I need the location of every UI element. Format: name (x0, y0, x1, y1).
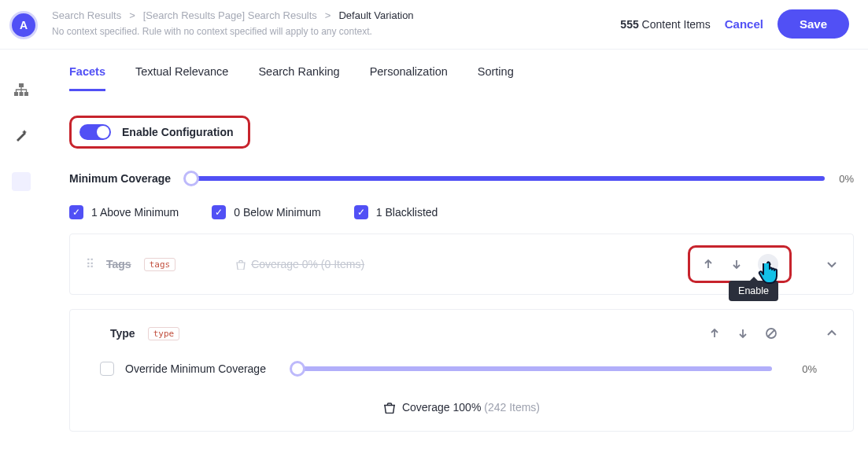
facet-tags: ⠿ Tags tags Coverage 0% (0 Items) + Enab… (69, 234, 854, 295)
min-coverage-slider[interactable] (185, 176, 825, 181)
enable-config-toggle[interactable] (79, 124, 111, 140)
move-down-icon[interactable] (729, 257, 744, 271)
override-label: Override Minimum Coverage (125, 362, 266, 375)
crumb-current: Default Variation (338, 9, 413, 21)
avatar[interactable]: A (9, 11, 38, 39)
crumb[interactable]: [Search Results Page] Search Results (143, 9, 317, 21)
svg-rect-0 (19, 83, 24, 87)
below-min-label: 0 Below Minimum (234, 206, 320, 219)
breadcrumb: Search Results > [Search Results Page] S… (52, 9, 606, 21)
slider-thumb[interactable] (183, 171, 199, 186)
svg-rect-2 (20, 92, 24, 96)
tab-search-ranking[interactable]: Search Ranking (258, 65, 339, 91)
chevron-right-icon: > (325, 9, 331, 21)
override-checkbox[interactable] (100, 362, 114, 376)
sidebar (0, 50, 42, 447)
magic-wand-icon[interactable] (13, 127, 30, 144)
settings-icon[interactable] (12, 172, 31, 191)
save-button[interactable]: Save (778, 9, 849, 39)
facet-tag: tags (144, 258, 176, 271)
drag-handle-icon[interactable]: ⠿ (86, 257, 94, 271)
tabs: Facets Textual Relevance Search Ranking … (69, 50, 854, 92)
blacklisted-label: 1 Blacklisted (376, 206, 438, 219)
content-items: 555 Content Items (620, 18, 710, 31)
svg-rect-3 (24, 92, 28, 96)
context-note: No context specified. Rule with no conte… (52, 26, 606, 37)
tab-facets[interactable]: Facets (69, 65, 105, 91)
sitemap-icon[interactable] (13, 81, 30, 98)
slider-thumb[interactable] (290, 361, 305, 377)
move-up-icon[interactable] (701, 257, 715, 271)
above-min-checkbox[interactable]: ✓ (69, 205, 83, 219)
facet-name: Type (110, 327, 135, 340)
min-coverage-label: Minimum Coverage (69, 172, 171, 185)
override-slider[interactable] (291, 366, 772, 371)
enable-facet-button[interactable]: + (758, 254, 778, 274)
facet-coverage: Coverage 0% (0 Items) (235, 258, 364, 270)
enable-config-label: Enable Configuration (122, 126, 234, 138)
chevron-right-icon: > (129, 9, 135, 21)
override-value: 0% (802, 363, 817, 375)
enable-config-row: Enable Configuration (69, 116, 250, 149)
facet-type: Type type Override Minimum Coverage 0% (69, 309, 854, 432)
min-coverage-value: 0% (839, 173, 854, 185)
above-min-label: 1 Above Minimum (91, 206, 179, 219)
svg-rect-1 (14, 92, 18, 96)
collapse-icon[interactable] (826, 329, 837, 337)
facet-actions: + Enable (688, 245, 792, 283)
facet-tag: type (148, 327, 180, 340)
tab-sorting[interactable]: Sorting (478, 65, 514, 91)
tab-textual-relevance[interactable]: Textual Relevance (135, 65, 229, 91)
move-up-icon[interactable] (707, 326, 722, 340)
below-min-checkbox[interactable]: ✓ (212, 205, 226, 219)
facet-coverage: Coverage 100% (242 Items) (100, 401, 823, 414)
move-down-icon[interactable] (736, 326, 750, 340)
blacklisted-checkbox[interactable]: ✓ (354, 205, 368, 219)
tab-personalization[interactable]: Personalization (370, 65, 448, 91)
crumb[interactable]: Search Results (52, 9, 121, 21)
facet-actions (694, 321, 792, 346)
expand-icon[interactable] (826, 260, 837, 268)
cancel-button[interactable]: Cancel (725, 17, 763, 31)
disable-facet-icon[interactable] (764, 326, 778, 340)
tooltip: Enable (729, 281, 778, 301)
facet-name: Tags (106, 258, 131, 270)
